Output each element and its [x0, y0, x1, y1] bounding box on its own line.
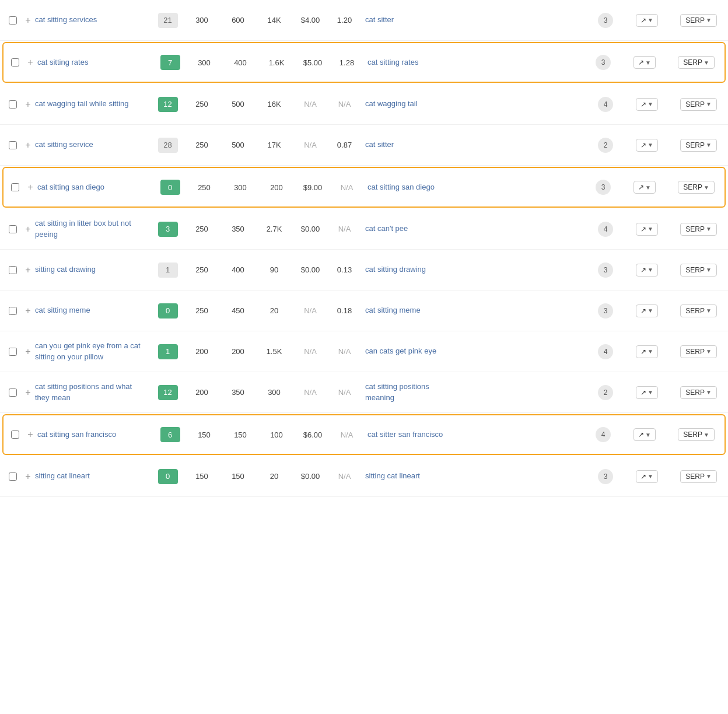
trend-button-cell[interactable]: ↗ ▼ — [624, 14, 670, 27]
expand-button-4[interactable]: + — [21, 140, 35, 150]
trend-button[interactable]: ↗ ▼ — [636, 386, 658, 399]
serp-button-cell[interactable]: SERP ▼ — [674, 470, 723, 483]
trend-button[interactable]: ↗ ▼ — [634, 56, 656, 69]
expand-button-12[interactable]: + — [21, 471, 35, 482]
checkbox-input[interactable] — [9, 307, 17, 315]
keyword-link[interactable]: cat sitting san francisco — [37, 430, 116, 439]
serp-keyword-link[interactable]: cat sitter — [365, 140, 394, 149]
trend-button[interactable]: ↗ ▼ — [634, 181, 656, 194]
trend-button-cell[interactable]: ↗ ▼ — [624, 304, 670, 317]
serp-keyword-link[interactable]: cat sitting drawing — [365, 265, 426, 274]
expand-button-5[interactable]: + — [23, 182, 37, 192]
row-checkbox-12[interactable] — [5, 473, 21, 481]
trend-button-cell[interactable]: ↗ ▼ — [621, 56, 668, 69]
row-checkbox-9[interactable] — [5, 348, 21, 356]
serp-button-cell[interactable]: SERP ▼ — [674, 345, 723, 358]
serp-button-cell[interactable]: SERP ▼ — [674, 98, 723, 111]
serp-button-cell[interactable]: SERP ▼ — [671, 181, 721, 194]
row-checkbox-11[interactable] — [7, 430, 23, 439]
expand-button-3[interactable]: + — [21, 99, 35, 110]
checkbox-input[interactable] — [9, 100, 17, 108]
expand-button-11[interactable]: + — [23, 429, 37, 440]
checkbox-input[interactable] — [9, 348, 17, 356]
checkbox-input[interactable] — [9, 225, 17, 233]
serp-button[interactable]: SERP ▼ — [678, 428, 715, 441]
trend-button[interactable]: ↗ ▼ — [636, 345, 658, 358]
trend-button-cell[interactable]: ↗ ▼ — [624, 470, 670, 483]
expand-button-10[interactable]: + — [21, 387, 35, 398]
trend-button[interactable]: ↗ ▼ — [636, 304, 658, 317]
trend-button-cell[interactable]: ↗ ▼ — [621, 428, 668, 441]
serp-button[interactable]: SERP ▼ — [680, 14, 717, 27]
serp-button[interactable]: SERP ▼ — [680, 223, 717, 236]
serp-button[interactable]: SERP ▼ — [680, 386, 717, 399]
trend-button[interactable]: ↗ ▼ — [636, 470, 658, 483]
trend-button-cell[interactable]: ↗ ▼ — [624, 264, 670, 276]
expand-button-2[interactable]: + — [23, 57, 37, 68]
serp-button-cell[interactable]: SERP ▼ — [674, 304, 723, 317]
serp-keyword-link[interactable]: cat sitting rates — [368, 58, 418, 66]
checkbox-input[interactable] — [11, 430, 19, 439]
keyword-link[interactable]: cat sitting san diego — [37, 183, 104, 191]
serp-keyword-link[interactable]: cat sitting positions meaning — [365, 382, 429, 401]
checkbox-input[interactable] — [9, 16, 17, 24]
serp-button[interactable]: SERP ▼ — [678, 181, 715, 194]
trend-button[interactable]: ↗ ▼ — [636, 98, 658, 111]
serp-button[interactable]: SERP ▼ — [680, 470, 717, 483]
checkbox-input[interactable] — [11, 183, 19, 191]
serp-keyword-link[interactable]: cat sitter — [365, 15, 394, 24]
keyword-link[interactable]: can you get pink eye from a cat sitting … — [35, 341, 141, 360]
keyword-link[interactable]: cat sitting rates — [37, 58, 88, 66]
row-checkbox-8[interactable] — [5, 307, 21, 315]
trend-button[interactable]: ↗ ▼ — [636, 139, 658, 152]
row-checkbox-10[interactable] — [5, 388, 21, 397]
serp-keyword-link[interactable]: cat sitter san francisco — [368, 430, 443, 439]
keyword-link[interactable]: cat sitting service — [35, 140, 93, 149]
serp-keyword-link[interactable]: cat sitting meme — [365, 306, 421, 314]
keyword-link[interactable]: sitting cat drawing — [35, 265, 96, 274]
serp-button-cell[interactable]: SERP ▼ — [674, 386, 723, 399]
trend-button-cell[interactable]: ↗ ▼ — [624, 386, 670, 399]
serp-button-cell[interactable]: SERP ▼ — [674, 264, 723, 276]
checkbox-input[interactable] — [11, 58, 19, 66]
expand-button-9[interactable]: + — [21, 346, 35, 357]
trend-button[interactable]: ↗ ▼ — [636, 14, 658, 27]
serp-button[interactable]: SERP ▼ — [680, 304, 717, 317]
trend-button[interactable]: ↗ ▼ — [636, 264, 658, 276]
serp-keyword-link[interactable]: sitting cat lineart — [365, 471, 420, 480]
serp-button[interactable]: SERP ▼ — [680, 264, 717, 276]
checkbox-input[interactable] — [9, 473, 17, 481]
trend-button-cell[interactable]: ↗ ▼ — [624, 98, 670, 111]
keyword-link[interactable]: cat sitting positions and what they mean — [35, 382, 132, 401]
row-checkbox-3[interactable] — [5, 100, 21, 108]
serp-button-cell[interactable]: SERP ▼ — [674, 14, 723, 27]
serp-button-cell[interactable]: SERP ▼ — [671, 428, 721, 441]
serp-button[interactable]: SERP ▼ — [678, 56, 715, 69]
row-checkbox-1[interactable] — [5, 16, 21, 24]
serp-button[interactable]: SERP ▼ — [680, 345, 717, 358]
serp-button-cell[interactable]: SERP ▼ — [671, 56, 721, 69]
keyword-link[interactable]: cat sitting in litter box but not peeing — [35, 219, 131, 238]
serp-keyword-link[interactable]: cat sitting san diego — [368, 183, 435, 191]
trend-button-cell[interactable]: ↗ ▼ — [624, 139, 670, 152]
checkbox-input[interactable] — [9, 388, 17, 397]
trend-button-cell[interactable]: ↗ ▼ — [624, 345, 670, 358]
keyword-link[interactable]: sitting cat lineart — [35, 471, 90, 480]
serp-keyword-link[interactable]: cat wagging tail — [365, 99, 418, 108]
row-checkbox-2[interactable] — [7, 58, 23, 66]
keyword-link[interactable]: cat sitting services — [35, 15, 97, 24]
trend-button-cell[interactable]: ↗ ▼ — [621, 181, 668, 194]
expand-button-7[interactable]: + — [21, 265, 35, 275]
serp-button[interactable]: SERP ▼ — [680, 139, 717, 152]
checkbox-input[interactable] — [9, 266, 17, 274]
keyword-link[interactable]: cat sitting meme — [35, 306, 90, 314]
serp-keyword-link[interactable]: can cats get pink eye — [365, 346, 436, 355]
trend-button-cell[interactable]: ↗ ▼ — [624, 223, 670, 236]
serp-button-cell[interactable]: SERP ▼ — [674, 223, 723, 236]
row-checkbox-5[interactable] — [7, 183, 23, 191]
trend-button[interactable]: ↗ ▼ — [636, 223, 658, 236]
row-checkbox-7[interactable] — [5, 266, 21, 274]
trend-button[interactable]: ↗ ▼ — [634, 428, 656, 441]
expand-button-8[interactable]: + — [21, 306, 35, 316]
keyword-link[interactable]: cat wagging tail while sitting — [35, 99, 128, 108]
